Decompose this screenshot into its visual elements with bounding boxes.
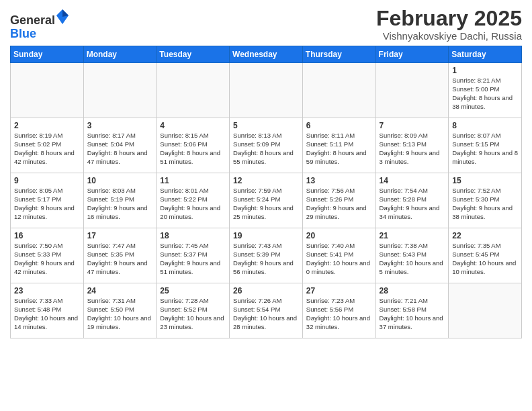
header: General Blue February 2025 Vishnyakovski… <box>10 7 522 42</box>
day-number: 12 <box>233 176 299 185</box>
table-row: 3Sunrise: 8:17 AM Sunset: 5:04 PM Daylig… <box>83 118 157 173</box>
table-row: 15Sunrise: 7:52 AM Sunset: 5:30 PM Dayli… <box>449 173 522 228</box>
day-info: Sunrise: 7:43 AM Sunset: 5:39 PM Dayligh… <box>233 242 299 276</box>
day-number: 25 <box>160 286 226 295</box>
day-info: Sunrise: 8:01 AM Sunset: 5:22 PM Dayligh… <box>160 187 226 221</box>
day-info: Sunrise: 8:21 AM Sunset: 5:00 PM Dayligh… <box>452 77 518 111</box>
calendar-week-row: 2Sunrise: 8:19 AM Sunset: 5:02 PM Daylig… <box>11 118 522 173</box>
day-number: 18 <box>160 231 226 240</box>
table-row <box>230 63 303 118</box>
table-row: 18Sunrise: 7:45 AM Sunset: 5:37 PM Dayli… <box>157 228 230 283</box>
logo-blue-text: Blue <box>10 27 36 40</box>
day-number: 9 <box>14 176 80 185</box>
header-friday: Friday <box>375 46 449 63</box>
table-row: 27Sunrise: 7:23 AM Sunset: 5:56 PM Dayli… <box>302 283 375 338</box>
day-number: 20 <box>306 231 372 240</box>
day-number: 8 <box>452 121 518 130</box>
day-number: 23 <box>14 286 80 295</box>
table-row <box>83 63 157 118</box>
day-info: Sunrise: 7:40 AM Sunset: 5:41 PM Dayligh… <box>306 242 372 276</box>
weekday-header-row: Sunday Monday Tuesday Wednesday Thursday… <box>11 46 522 63</box>
day-number: 27 <box>306 286 372 295</box>
header-tuesday: Tuesday <box>157 46 230 63</box>
table-row: 28Sunrise: 7:21 AM Sunset: 5:58 PM Dayli… <box>375 283 449 338</box>
table-row: 25Sunrise: 7:28 AM Sunset: 5:52 PM Dayli… <box>157 283 230 338</box>
logo-general-text: General <box>10 13 55 27</box>
table-row: 4Sunrise: 8:15 AM Sunset: 5:06 PM Daylig… <box>157 118 230 173</box>
table-row <box>157 63 230 118</box>
day-number: 4 <box>160 121 226 130</box>
day-info: Sunrise: 8:19 AM Sunset: 5:02 PM Dayligh… <box>14 132 80 166</box>
month-title: February 2025 <box>376 7 522 30</box>
day-info: Sunrise: 7:47 AM Sunset: 5:35 PM Dayligh… <box>87 242 153 276</box>
calendar-week-row: 16Sunrise: 7:50 AM Sunset: 5:33 PM Dayli… <box>11 228 522 283</box>
day-info: Sunrise: 7:31 AM Sunset: 5:50 PM Dayligh… <box>87 297 153 331</box>
table-row: 6Sunrise: 8:11 AM Sunset: 5:11 PM Daylig… <box>302 118 375 173</box>
table-row <box>11 63 84 118</box>
day-info: Sunrise: 8:03 AM Sunset: 5:19 PM Dayligh… <box>87 187 153 221</box>
title-block: February 2025 Vishnyakovskiye Dachi, Rus… <box>376 7 522 42</box>
table-row: 16Sunrise: 7:50 AM Sunset: 5:33 PM Dayli… <box>11 228 84 283</box>
day-number: 19 <box>233 231 299 240</box>
table-row <box>302 63 375 118</box>
logo-icon <box>56 9 69 24</box>
location: Vishnyakovskiye Dachi, Russia <box>376 30 522 42</box>
table-row <box>375 63 449 118</box>
table-row: 21Sunrise: 7:38 AM Sunset: 5:43 PM Dayli… <box>375 228 449 283</box>
table-row: 7Sunrise: 8:09 AM Sunset: 5:13 PM Daylig… <box>375 118 449 173</box>
day-info: Sunrise: 8:13 AM Sunset: 5:09 PM Dayligh… <box>233 132 299 166</box>
day-number: 13 <box>306 176 372 185</box>
table-row: 24Sunrise: 7:31 AM Sunset: 5:50 PM Dayli… <box>83 283 157 338</box>
header-sunday: Sunday <box>11 46 84 63</box>
day-number: 15 <box>452 176 518 185</box>
day-info: Sunrise: 7:50 AM Sunset: 5:33 PM Dayligh… <box>14 242 80 276</box>
table-row: 10Sunrise: 8:03 AM Sunset: 5:19 PM Dayli… <box>83 173 157 228</box>
day-number: 26 <box>233 286 299 295</box>
calendar-week-row: 9Sunrise: 8:05 AM Sunset: 5:17 PM Daylig… <box>11 173 522 228</box>
table-row <box>449 283 522 338</box>
day-info: Sunrise: 7:35 AM Sunset: 5:45 PM Dayligh… <box>452 242 518 276</box>
header-thursday: Thursday <box>302 46 375 63</box>
day-number: 6 <box>306 121 372 130</box>
day-number: 14 <box>380 176 445 185</box>
day-info: Sunrise: 7:26 AM Sunset: 5:54 PM Dayligh… <box>233 297 299 331</box>
day-number: 28 <box>380 286 445 295</box>
table-row: 22Sunrise: 7:35 AM Sunset: 5:45 PM Dayli… <box>449 228 522 283</box>
day-info: Sunrise: 7:33 AM Sunset: 5:48 PM Dayligh… <box>14 297 80 331</box>
table-row: 8Sunrise: 8:07 AM Sunset: 5:15 PM Daylig… <box>449 118 522 173</box>
day-number: 22 <box>452 231 518 240</box>
page-container: General Blue February 2025 Vishnyakovski… <box>0 0 532 342</box>
day-info: Sunrise: 8:15 AM Sunset: 5:06 PM Dayligh… <box>160 132 226 166</box>
table-row: 26Sunrise: 7:26 AM Sunset: 5:54 PM Dayli… <box>230 283 303 338</box>
day-number: 3 <box>87 121 153 130</box>
calendar-table: Sunday Monday Tuesday Wednesday Thursday… <box>10 46 522 338</box>
day-number: 24 <box>87 286 153 295</box>
table-row: 17Sunrise: 7:47 AM Sunset: 5:35 PM Dayli… <box>83 228 157 283</box>
table-row: 9Sunrise: 8:05 AM Sunset: 5:17 PM Daylig… <box>11 173 84 228</box>
day-info: Sunrise: 8:07 AM Sunset: 5:15 PM Dayligh… <box>452 132 518 166</box>
day-number: 5 <box>233 121 299 130</box>
table-row: 20Sunrise: 7:40 AM Sunset: 5:41 PM Dayli… <box>302 228 375 283</box>
day-info: Sunrise: 8:09 AM Sunset: 5:13 PM Dayligh… <box>380 132 445 166</box>
day-info: Sunrise: 7:59 AM Sunset: 5:24 PM Dayligh… <box>233 187 299 221</box>
calendar-week-row: 1Sunrise: 8:21 AM Sunset: 5:00 PM Daylig… <box>11 63 522 118</box>
table-row: 14Sunrise: 7:54 AM Sunset: 5:28 PM Dayli… <box>375 173 449 228</box>
table-row: 11Sunrise: 8:01 AM Sunset: 5:22 PM Dayli… <box>157 173 230 228</box>
table-row: 2Sunrise: 8:19 AM Sunset: 5:02 PM Daylig… <box>11 118 84 173</box>
table-row: 19Sunrise: 7:43 AM Sunset: 5:39 PM Dayli… <box>230 228 303 283</box>
day-info: Sunrise: 7:23 AM Sunset: 5:56 PM Dayligh… <box>306 297 372 331</box>
day-number: 1 <box>452 66 518 75</box>
day-info: Sunrise: 7:56 AM Sunset: 5:26 PM Dayligh… <box>306 187 372 221</box>
day-number: 21 <box>380 231 445 240</box>
day-number: 7 <box>380 121 445 130</box>
day-number: 16 <box>14 231 80 240</box>
header-monday: Monday <box>83 46 157 63</box>
day-info: Sunrise: 7:52 AM Sunset: 5:30 PM Dayligh… <box>452 187 518 221</box>
logo: General Blue <box>10 9 69 41</box>
day-number: 2 <box>14 121 80 130</box>
day-info: Sunrise: 8:17 AM Sunset: 5:04 PM Dayligh… <box>87 132 153 166</box>
day-info: Sunrise: 7:38 AM Sunset: 5:43 PM Dayligh… <box>380 242 445 276</box>
day-info: Sunrise: 7:21 AM Sunset: 5:58 PM Dayligh… <box>380 297 445 331</box>
calendar-week-row: 23Sunrise: 7:33 AM Sunset: 5:48 PM Dayli… <box>11 283 522 338</box>
day-info: Sunrise: 7:28 AM Sunset: 5:52 PM Dayligh… <box>160 297 226 331</box>
